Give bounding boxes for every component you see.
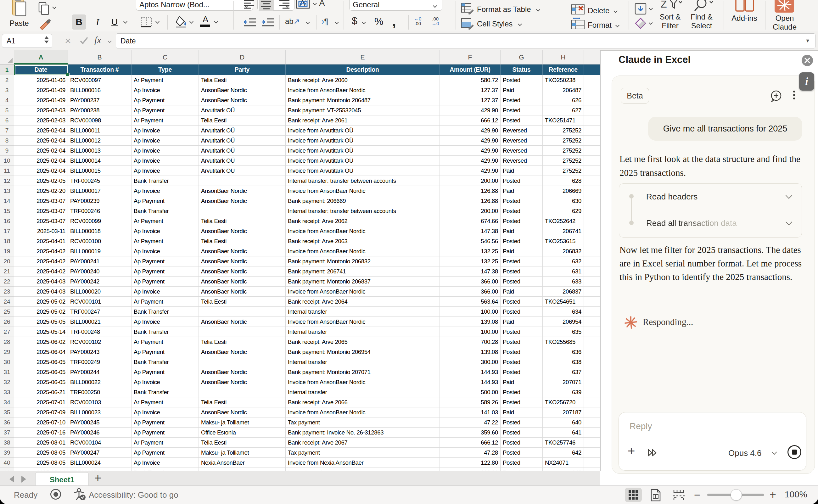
cell[interactable]: 639: [543, 387, 584, 397]
cell[interactable]: 2025-03-07: [14, 206, 68, 216]
cell[interactable]: 366.00: [440, 287, 501, 297]
cell[interactable]: AnsonBaer Nordic: [199, 85, 286, 95]
row-number[interactable]: 17: [0, 226, 14, 236]
cell[interactable]: Invoice from Arvutitark OÜ: [286, 136, 440, 146]
cell[interactable]: PAY000238: [68, 105, 132, 115]
cell[interactable]: RCV000098: [68, 115, 132, 126]
paste-button[interactable]: Paste: [9, 19, 29, 28]
cell[interactable]: 126.88: [440, 186, 501, 196]
cell[interactable]: AnsonBaer Nordic: [199, 367, 286, 377]
merge-chevron[interactable]: [313, 1, 317, 5]
cell[interactable]: Tax payment: [286, 448, 440, 458]
decrease-decimal-button[interactable]: .00→0: [432, 16, 439, 26]
cell[interactable]: Invoice from AnsonBaer Nordic: [286, 317, 440, 327]
row-number[interactable]: 11: [0, 166, 14, 176]
cell[interactable]: 627: [543, 105, 584, 115]
orientation-chevron[interactable]: [306, 20, 310, 24]
cell[interactable]: 275252: [543, 156, 584, 166]
cell[interactable]: 359.60: [440, 428, 501, 438]
cell[interactable]: 122.80: [440, 458, 501, 468]
normal-view-button[interactable]: [625, 488, 642, 502]
cell[interactable]: Invoice from AnsonBaer Nordic: [286, 226, 440, 236]
more-options-icon[interactable]: [793, 89, 795, 101]
cell[interactable]: BILL000012: [68, 136, 132, 146]
cell[interactable]: Ap Payment: [132, 277, 199, 287]
cell[interactable]: Paid: [501, 226, 543, 236]
row-number[interactable]: 28: [0, 337, 14, 347]
format-as-table-button[interactable]: Format as Table: [477, 5, 531, 14]
cell[interactable]: 429.90: [440, 166, 501, 176]
cell[interactable]: Arvutitark OÜ: [199, 105, 286, 115]
cell[interactable]: Posted: [501, 307, 543, 317]
cell[interactable]: AnsonBaer Nordic: [199, 277, 286, 287]
cell[interactable]: Office Estonia: [199, 428, 286, 438]
comma-button[interactable]: ,: [392, 13, 396, 30]
cell[interactable]: Bank payment: Invoice No. 26-312863: [286, 428, 440, 438]
cell[interactable]: 2025-04-01: [14, 236, 68, 246]
cell[interactable]: [584, 196, 600, 206]
cell[interactable]: TRF000250: [68, 387, 132, 397]
cell[interactable]: 626: [543, 95, 584, 105]
cell[interactable]: Posted: [501, 458, 543, 468]
row-number[interactable]: 24: [0, 297, 14, 307]
row-number[interactable]: 20: [0, 256, 14, 266]
cell[interactable]: 2025-05-05: [14, 317, 68, 327]
cell[interactable]: Transaction #: [68, 64, 132, 75]
cell[interactable]: [584, 387, 600, 397]
cell[interactable]: Telia Eesti: [199, 115, 286, 126]
cell[interactable]: Reversed: [501, 156, 543, 166]
cell[interactable]: Bank payment: Montonio 206487: [286, 95, 440, 105]
column-header-E[interactable]: E: [286, 50, 440, 64]
cell[interactable]: [584, 357, 600, 367]
cell[interactable]: 126.88: [440, 196, 501, 206]
cell[interactable]: TKO255685: [543, 337, 584, 347]
cell[interactable]: AnsonBaer Nordic: [199, 377, 286, 387]
cell[interactable]: Bank payment: Montonio 206832: [286, 256, 440, 266]
cell[interactable]: 640: [543, 417, 584, 428]
info-button[interactable]: i: [799, 72, 814, 91]
cell[interactable]: 2025-02-04: [14, 166, 68, 176]
new-chat-icon[interactable]: [770, 90, 782, 102]
row-number[interactable]: 6: [0, 115, 14, 126]
cell[interactable]: Posted: [501, 105, 543, 115]
cell[interactable]: 2025-04-02: [14, 256, 68, 266]
cell[interactable]: Paid: [501, 377, 543, 387]
cell[interactable]: TKO254651: [543, 297, 584, 307]
cell[interactable]: 2025-02-03: [14, 105, 68, 115]
cell[interactable]: Internal transfer: [286, 357, 440, 367]
cell[interactable]: 132.25: [440, 256, 501, 266]
cell[interactable]: 500.00: [440, 387, 501, 397]
column-header-H[interactable]: H: [543, 50, 584, 64]
cell[interactable]: TRF000248: [68, 327, 132, 337]
zoom-level[interactable]: 100%: [785, 490, 807, 500]
cell-styles-chevron[interactable]: [518, 22, 522, 26]
orientation-button[interactable]: ab↗: [285, 17, 300, 26]
cell[interactable]: 641: [543, 428, 584, 438]
row-number[interactable]: 3: [0, 85, 14, 95]
cell[interactable]: [584, 397, 600, 407]
row-number[interactable]: 9: [0, 146, 14, 156]
cell[interactable]: 2025-06-21: [14, 387, 68, 397]
cell[interactable]: 635: [543, 327, 584, 337]
cell[interactable]: Internal transfer: [286, 468, 440, 471]
row-number[interactable]: 14: [0, 196, 14, 206]
cell[interactable]: 563.64: [440, 297, 501, 307]
cell[interactable]: [584, 428, 600, 438]
cell[interactable]: 2025-02-04: [14, 136, 68, 146]
cell[interactable]: PAY000243: [68, 347, 132, 357]
cell[interactable]: BILL000017: [68, 186, 132, 196]
row-number[interactable]: 33: [0, 387, 14, 397]
cell[interactable]: Invoice from AnsonBaer Nordic: [286, 377, 440, 387]
cell[interactable]: 144.93: [440, 367, 501, 377]
cell[interactable]: Bank receipt: Arve 2060: [286, 75, 440, 85]
cell[interactable]: 2025-06-05: [14, 377, 68, 387]
cell[interactable]: Posted: [501, 327, 543, 337]
cell[interactable]: [199, 206, 286, 216]
cell[interactable]: 429.90: [440, 136, 501, 146]
cell[interactable]: PAY000244: [68, 367, 132, 377]
column-header-B[interactable]: B: [68, 50, 132, 64]
cell[interactable]: 47.22: [440, 417, 501, 428]
cell[interactable]: RCV000099: [68, 216, 132, 226]
text-direction-button[interactable]: ›¶: [322, 17, 328, 26]
cell[interactable]: Telia Eesti: [199, 297, 286, 307]
